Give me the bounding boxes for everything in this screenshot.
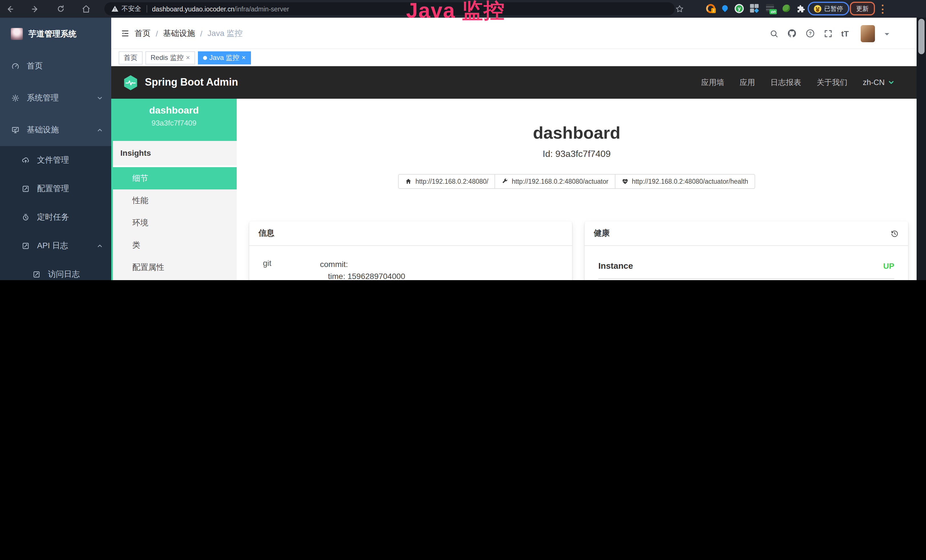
sidebar-item-system[interactable]: 系统管理 <box>0 82 111 114</box>
insights-group-label[interactable]: Insights <box>113 141 237 167</box>
chevron-down-icon <box>96 95 103 101</box>
profile-emoji-icon <box>814 5 822 12</box>
extension-icon-y[interactable]: y <box>735 4 744 13</box>
browser-update-chip[interactable]: 更新 <box>850 2 875 15</box>
sidebar-fold-icon[interactable] <box>121 29 130 38</box>
user-avatar[interactable] <box>861 25 875 42</box>
breadcrumb: 首页 / 基础设施 / Java 监控 <box>121 18 243 49</box>
browser-menu-icon[interactable] <box>882 5 884 14</box>
sba-menu-classes[interactable]: 类 <box>113 234 237 256</box>
security-label: 不安全 <box>121 5 141 13</box>
page-scrollbar[interactable] <box>917 18 926 280</box>
breadcrumb-infra[interactable]: 基础设施 <box>163 28 195 38</box>
url-text: dashboard.yudao.iocoder.cn/infra/admin-s… <box>152 5 289 12</box>
breadcrumb-current: Java 监控 <box>207 28 243 38</box>
instance-id: 93a3fc7f7409 <box>111 119 237 127</box>
active-dot <box>203 56 207 60</box>
extension-icon-orange[interactable]: 1 <box>706 4 715 13</box>
health-instance-row: Instance UP <box>598 261 894 279</box>
search-icon[interactable] <box>769 29 779 38</box>
extension-icon-scripts[interactable]: on <box>766 4 774 12</box>
user-menu-caret-icon[interactable] <box>885 33 889 37</box>
tab-java-monitor[interactable]: Java 监控 × <box>198 51 251 64</box>
extension-icon-green[interactable] <box>782 5 790 12</box>
sidebar-item-api-log[interactable]: API 日志 <box>0 232 111 260</box>
svg-text:?: ? <box>809 31 812 36</box>
github-icon[interactable] <box>787 29 797 38</box>
sidebar-item-infra[interactable]: 基础设施 <box>0 114 111 146</box>
app-logo[interactable]: 芋道管理系统 <box>0 18 111 50</box>
tab-home[interactable]: 首页 <box>119 51 142 64</box>
sba-nav-wallboard[interactable]: 应用墙 <box>701 77 724 88</box>
sba-navbar: Spring Boot Admin 应用墙 应用 日志报表 关于我们 zh-CN <box>111 66 917 99</box>
breadcrumb-home[interactable]: 首页 <box>135 28 151 38</box>
sba-menu-environment[interactable]: 环境 <box>113 212 237 234</box>
sidebar-item-files[interactable]: 文件管理 <box>0 146 111 175</box>
chevron-down-icon <box>888 79 895 86</box>
log-icon <box>33 271 41 278</box>
instance-name: dashboard <box>111 105 237 117</box>
annotation-java-monitor: Java 监控 <box>406 0 505 25</box>
sidebar-item-access-log[interactable]: 访问日志 <box>0 260 111 280</box>
sba-nav-about[interactable]: 关于我们 <box>817 77 847 88</box>
sba-nav-applications[interactable]: 应用 <box>740 77 755 88</box>
instance-header[interactable]: dashboard 93a3fc7f7409 <box>111 99 237 141</box>
app-title: 芋道管理系统 <box>29 29 76 39</box>
sba-logo-icon <box>122 74 139 91</box>
sba-language-select[interactable]: zh-CN <box>863 78 895 87</box>
wrench-icon <box>501 178 508 185</box>
extensions-puzzle-icon[interactable] <box>796 3 805 12</box>
chevron-up-icon <box>96 242 103 249</box>
app-header: 首页 / 基础设施 / Java 监控 ? tT <box>111 18 917 49</box>
heart-pulse-icon <box>622 178 628 185</box>
tab-redis-monitor[interactable]: Redis 监控 × <box>145 51 195 64</box>
service-url-button[interactable]: http://192.168.0.2:48080/ <box>398 174 495 189</box>
fullscreen-icon[interactable] <box>824 29 833 38</box>
gear-icon <box>11 94 20 102</box>
browser-reload-icon[interactable] <box>55 3 67 15</box>
info-card: 信息 git commit: time: 1596289704000 id: 2… <box>249 221 572 280</box>
app-logo-image <box>11 28 23 40</box>
extension-badge: 1 <box>711 8 716 13</box>
scrollbar-thumb[interactable] <box>918 19 924 54</box>
sba-menu-details[interactable]: 细节 <box>111 167 237 189</box>
close-icon[interactable]: × <box>186 54 190 61</box>
sba-sidebar: dashboard 93a3fc7f7409 Insights 细节 性能 环境… <box>111 99 237 280</box>
bookmark-star-icon[interactable] <box>673 3 685 15</box>
timer-icon <box>22 213 30 221</box>
sba-menu-scheduled-tasks[interactable]: 计划任务 <box>113 278 237 280</box>
sba-nav-journal[interactable]: 日志报表 <box>770 77 801 88</box>
actuator-url-button[interactable]: http://192.168.0.2:48080/actuator <box>495 174 615 189</box>
close-icon[interactable]: × <box>242 54 245 61</box>
right-card-column: 健康 Instance UP 线程 活动线程 143 守护进程 53 <box>585 221 908 280</box>
sba-menu-metrics[interactable]: 性能 <box>113 189 237 212</box>
extension-icon-pin[interactable] <box>721 4 729 12</box>
edit-icon <box>22 185 30 193</box>
browser-home-icon[interactable] <box>80 3 92 15</box>
tag-tabbar: 首页 Redis 监控 × Java 监控 × <box>111 49 917 66</box>
extension-icon-grid[interactable] <box>750 4 759 12</box>
browser-back-icon[interactable] <box>3 3 15 15</box>
url-bar[interactable]: 不安全 dashboard.yudao.iocoder.cn/infra/adm… <box>104 2 675 15</box>
browser-forward-icon[interactable] <box>29 3 41 15</box>
not-secure-warning-icon <box>111 5 119 12</box>
history-icon[interactable] <box>890 229 899 238</box>
health-url-button[interactable]: http://192.168.0.2:48080/actuator/health <box>615 174 755 189</box>
dashboard-icon <box>11 62 20 70</box>
sidebar-item-config[interactable]: 配置管理 <box>0 175 111 203</box>
divider <box>146 5 147 12</box>
sba-brand[interactable]: Spring Boot Admin <box>111 74 238 91</box>
extension-on-badge: on <box>770 9 777 14</box>
instance-links: http://192.168.0.2:48080/ http://192.168… <box>398 174 755 189</box>
sba-menu-config-props[interactable]: 配置属性 <box>113 256 237 278</box>
font-size-icon[interactable]: tT <box>841 29 849 38</box>
health-card: 健康 Instance UP <box>585 221 908 280</box>
monitor-icon <box>11 126 20 134</box>
sidebar-item-jobs[interactable]: 定时任务 <box>0 203 111 232</box>
sidebar-item-home[interactable]: 首页 <box>0 50 111 82</box>
cloud-upload-icon <box>22 156 30 164</box>
help-icon[interactable]: ? <box>805 29 815 38</box>
log-icon <box>22 242 30 250</box>
profile-paused-chip[interactable]: 已暂停 <box>808 2 849 15</box>
home-icon <box>405 178 412 185</box>
